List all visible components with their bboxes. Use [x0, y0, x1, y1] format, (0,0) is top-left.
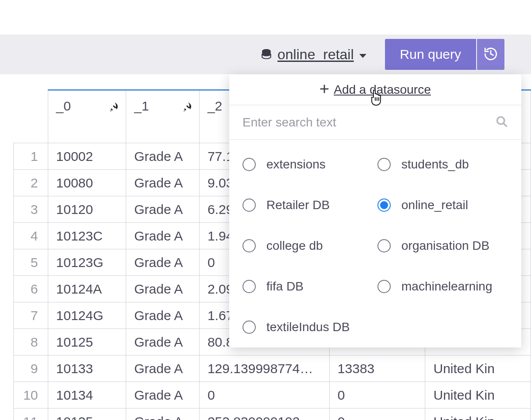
history-icon: [483, 46, 498, 63]
cell[interactable]: Grade A: [126, 382, 200, 409]
radio-icon: [377, 280, 391, 293]
datasource-search-input[interactable]: [242, 115, 496, 130]
datasource-label: online_retail: [277, 46, 354, 63]
datasource-option-label: online_retail: [401, 198, 468, 212]
cell[interactable]: 10123C: [48, 223, 126, 249]
datasource-option[interactable]: Retailer DB: [242, 198, 373, 212]
cell[interactable]: 253.830000102: [199, 409, 329, 420]
rocket-icon: [109, 100, 119, 115]
cell[interactable]: Grade A: [126, 249, 200, 276]
cell[interactable]: 10120: [48, 196, 126, 223]
row-number: 10: [14, 382, 48, 409]
radio-icon: [377, 158, 391, 171]
cell[interactable]: Grade A: [126, 302, 200, 329]
cell[interactable]: 129.139998774…: [199, 355, 329, 382]
row-number: 3: [14, 196, 48, 223]
radio-icon: [242, 158, 256, 171]
cell[interactable]: Grade A: [126, 409, 200, 420]
add-datasource-link[interactable]: Add a datasource: [229, 74, 521, 105]
cell[interactable]: Grade A: [126, 329, 200, 355]
radio-icon: [242, 280, 256, 293]
cell[interactable]: 10002: [48, 143, 126, 170]
datasource-dropdown: Add a datasource extensionsstudents_dbRe…: [229, 74, 521, 347]
cell[interactable]: 10080: [48, 170, 126, 196]
database-icon: [261, 48, 272, 61]
table-row: 1110135Grade A253.8300001020United Kin: [14, 409, 531, 420]
col-label: _2: [208, 99, 222, 113]
row-number: 5: [14, 249, 48, 276]
datasource-option[interactable]: students_db: [377, 157, 508, 172]
row-number: 11: [14, 409, 48, 420]
plus-icon: [319, 83, 329, 97]
datasource-option-label: textileIndus DB: [266, 320, 350, 334]
datasource-option-label: college db: [266, 239, 323, 253]
datasource-option-label: fifa DB: [266, 279, 304, 294]
cell[interactable]: Grade A: [126, 223, 200, 249]
table-row: 1010134Grade A00United Kin: [14, 382, 531, 409]
cell[interactable]: 10135: [48, 409, 126, 420]
datasource-option-label: organisation DB: [401, 239, 489, 253]
datasource-selector[interactable]: online_retail: [261, 46, 367, 63]
cell[interactable]: Grade A: [126, 170, 200, 196]
row-number: 9: [14, 355, 48, 382]
rocket-icon: [182, 100, 193, 115]
cell[interactable]: United Kin: [425, 382, 531, 409]
row-number: 4: [14, 223, 48, 249]
cell[interactable]: 10133: [48, 355, 126, 382]
rownum-header: [14, 90, 48, 143]
row-number: 6: [14, 276, 48, 302]
datasource-option-label: machinelearning: [401, 279, 492, 294]
col-label: _0: [56, 99, 71, 113]
search-icon: [496, 115, 508, 130]
cell[interactable]: 10123G: [48, 249, 126, 276]
datasource-options: extensionsstudents_dbRetailer DBonline_r…: [229, 140, 521, 334]
datasource-option[interactable]: college db: [242, 239, 373, 253]
col-header-1[interactable]: _1: [126, 90, 200, 143]
datasource-option-label: extensions: [266, 157, 326, 172]
cell[interactable]: 0: [329, 409, 425, 420]
cell[interactable]: 10134: [48, 382, 126, 409]
cell[interactable]: United Kin: [425, 409, 531, 420]
run-button-group: Run query: [385, 39, 504, 70]
radio-icon: [377, 239, 391, 252]
query-history-button[interactable]: [477, 39, 504, 70]
top-spacer: [0, 0, 531, 34]
table-row: 910133Grade A129.139998774…13383United K…: [14, 355, 531, 382]
cell[interactable]: 10124A: [48, 276, 126, 302]
cell[interactable]: United Kin: [425, 355, 531, 382]
datasource-option[interactable]: fifa DB: [242, 279, 373, 294]
svg-line-4: [504, 123, 507, 126]
cell[interactable]: Grade A: [126, 143, 200, 170]
row-number: 1: [14, 143, 48, 170]
datasource-option[interactable]: extensions: [242, 157, 373, 172]
row-number: 8: [14, 329, 48, 355]
col-header-0[interactable]: _0: [48, 90, 126, 143]
add-datasource-label: Add a datasource: [334, 83, 431, 97]
cell[interactable]: 13383: [329, 355, 425, 382]
datasource-option[interactable]: textileIndus DB: [242, 320, 373, 334]
cell[interactable]: 10125: [48, 329, 126, 355]
datasource-option[interactable]: online_retail: [377, 198, 508, 212]
run-query-button[interactable]: Run query: [385, 39, 476, 70]
row-number: 2: [14, 170, 48, 196]
cell[interactable]: Grade A: [126, 196, 200, 223]
col-label: _1: [134, 99, 149, 113]
caret-down-icon: [358, 46, 367, 63]
radio-icon: [242, 321, 256, 334]
datasource-option-label: students_db: [401, 157, 469, 172]
radio-icon: [242, 239, 256, 252]
radio-icon: [377, 199, 391, 212]
radio-icon: [242, 199, 256, 212]
datasource-option[interactable]: organisation DB: [377, 239, 508, 253]
row-number: 7: [14, 302, 48, 329]
datasource-option[interactable]: machinelearning: [377, 279, 508, 294]
cell[interactable]: 0: [329, 382, 425, 409]
toolbar: online_retail Run query: [0, 34, 531, 74]
cell[interactable]: Grade A: [126, 276, 200, 302]
cell[interactable]: 0: [199, 382, 329, 409]
datasource-option-label: Retailer DB: [266, 198, 330, 212]
cell[interactable]: 10124G: [48, 302, 126, 329]
cell[interactable]: Grade A: [126, 355, 200, 382]
datasource-search-row: [229, 105, 521, 140]
